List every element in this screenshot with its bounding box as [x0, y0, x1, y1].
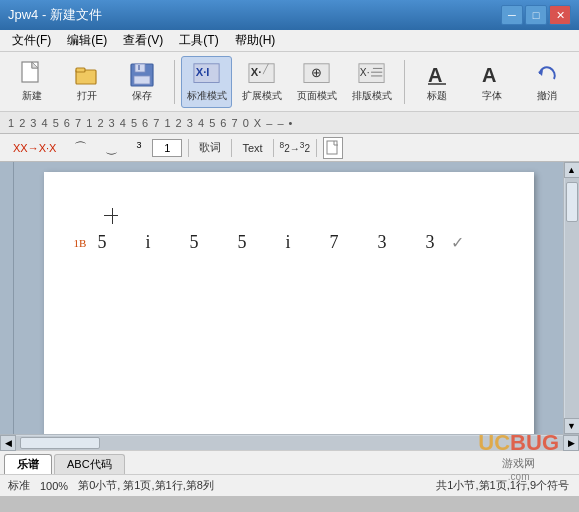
close-button[interactable]: ✕: [549, 5, 571, 25]
new-label: 新建: [22, 89, 42, 103]
font-icon: A: [478, 61, 506, 89]
titlebar-title: Jpw4 - 新建文件: [8, 6, 102, 24]
notation-input[interactable]: [152, 139, 182, 157]
scroll-track-v[interactable]: [565, 178, 579, 418]
page-mode-label: 页面模式: [297, 89, 337, 103]
watermark-line2: 游戏网: [478, 456, 559, 471]
menubar: 文件(F) 编辑(E) 查看(V) 工具(T) 帮助(H): [0, 30, 579, 52]
curve1-item[interactable]: ⌒: [67, 137, 94, 159]
save-label: 保存: [132, 89, 152, 103]
scroll-down-button[interactable]: ▼: [564, 418, 580, 434]
svg-rect-6: [134, 76, 150, 84]
watermark: UC BUG 游戏网 .com: [478, 430, 559, 482]
nb-sep4: [316, 139, 317, 157]
print-mode-button[interactable]: X· 排版模式: [347, 56, 398, 108]
ruler-bar: 1 2 3 4 5 6 7 1 2 3 4 5 6 7 1 2 3 4 5 6 …: [0, 112, 579, 134]
save-icon: [128, 61, 156, 89]
open-button[interactable]: 打开: [61, 56, 112, 108]
svg-rect-7: [138, 65, 140, 70]
scroll-left-button[interactable]: ◀: [0, 435, 16, 451]
open-icon: [73, 61, 101, 89]
new-button[interactable]: 新建: [6, 56, 57, 108]
nb-sep2: [231, 139, 232, 157]
badge1: 82→32: [280, 140, 310, 154]
page-container: 1B 5 i 5 5 i 7 3 3 ✓: [14, 162, 563, 434]
titlebar: Jpw4 - 新建文件 ─ □ ✕: [0, 0, 579, 30]
menu-file[interactable]: 文件(F): [4, 30, 59, 51]
svg-text:X·: X·: [360, 66, 370, 77]
watermark-bug: BUG: [510, 430, 559, 456]
font-label: 字体: [482, 89, 502, 103]
page-mode-icon: ⊕: [303, 61, 331, 89]
sep2: [404, 60, 405, 104]
new-icon: [18, 61, 46, 89]
text-label: Text: [238, 142, 266, 154]
xx-arrow-xx-item[interactable]: XX→X·X: [6, 140, 63, 156]
svg-rect-24: [327, 141, 337, 154]
svg-text:X·I: X·I: [195, 65, 209, 77]
print-mode-icon: X·: [358, 61, 386, 89]
titlebar-controls: ─ □ ✕: [501, 5, 571, 25]
svg-text:╱: ╱: [262, 63, 269, 75]
nb-sep1: [188, 139, 189, 157]
scroll-right-button[interactable]: ▶: [563, 435, 579, 451]
note-tail: ✓: [451, 233, 472, 252]
restore-button[interactable]: □: [525, 5, 547, 25]
standard-mode-label: 标准模式: [187, 89, 227, 103]
print-mode-label: 排版模式: [352, 89, 392, 103]
cursor-horizontal: [104, 215, 118, 216]
svg-text:A: A: [482, 64, 496, 86]
menu-tools[interactable]: 工具(T): [171, 30, 226, 51]
page-icon-button[interactable]: [323, 137, 343, 159]
minimize-button[interactable]: ─: [501, 5, 523, 25]
svg-text:X·: X·: [251, 65, 262, 77]
music-row: 1B 5 i 5 5 i 7 3 3 ✓: [74, 222, 504, 263]
svg-rect-0: [22, 62, 38, 82]
title-label: 标题: [427, 89, 447, 103]
svg-text:⊕: ⊕: [312, 64, 323, 79]
extend-mode-button[interactable]: X· ╱ 扩展模式: [236, 56, 287, 108]
page-mode-button[interactable]: ⊕ 页面模式: [291, 56, 342, 108]
standard-mode-button[interactable]: X·I 标准模式: [181, 56, 232, 108]
menu-view[interactable]: 查看(V): [115, 30, 171, 51]
ruler-text: 1 2 3 4 5 6 7 1 2 3 4 5 6 7 1 2 3 4 5 6 …: [8, 117, 293, 129]
title-button[interactable]: A 标题: [411, 56, 462, 108]
cursor-vertical: [112, 208, 113, 224]
number3-item[interactable]: 3: [129, 138, 148, 156]
watermark-uc: UC: [478, 430, 510, 456]
undo-label: 撤消: [537, 89, 557, 103]
title-icon: A: [423, 61, 451, 89]
lyric-label: 歌词: [195, 140, 225, 155]
main-content: 1B 5 i 5 5 i 7 3 3 ✓ ▲ ▼: [0, 162, 579, 434]
extend-mode-icon: X· ╱: [248, 61, 276, 89]
row-number: 1B: [74, 237, 98, 249]
scroll-area: 1B 5 i 5 5 i 7 3 3 ✓ ▲ ▼: [14, 162, 579, 434]
scroll-up-button[interactable]: ▲: [564, 162, 580, 178]
menu-edit[interactable]: 编辑(E): [59, 30, 115, 51]
svg-text:A: A: [428, 64, 442, 86]
tab-abc[interactable]: ABC代码: [54, 454, 125, 474]
nb-sep3: [273, 139, 274, 157]
tab-score[interactable]: 乐谱: [4, 454, 52, 474]
svg-rect-3: [76, 68, 85, 72]
open-label: 打开: [77, 89, 97, 103]
undo-icon: [533, 61, 561, 89]
save-button[interactable]: 保存: [117, 56, 168, 108]
music-notes: 5 i 5 5 i 7 3 3: [98, 232, 445, 253]
zoom-mode: 标准: [8, 478, 30, 493]
font-button[interactable]: A 字体: [466, 56, 517, 108]
watermark-url: .com: [478, 471, 559, 482]
undo-button[interactable]: 撤消: [522, 56, 573, 108]
scroll-thumb-h[interactable]: [20, 437, 100, 449]
sep1: [174, 60, 175, 104]
menu-help[interactable]: 帮助(H): [227, 30, 284, 51]
notation-bar: XX→X·X ⌒ ⌒ 3 歌词 Text 82→32: [0, 134, 579, 162]
scrollbar-vertical: ▲ ▼: [563, 162, 579, 434]
zoom-percent: 100%: [40, 480, 68, 492]
curve2-item[interactable]: ⌒: [98, 137, 125, 159]
standard-mode-icon: X·I: [193, 61, 221, 89]
scroll-thumb-v[interactable]: [566, 182, 578, 222]
extend-mode-label: 扩展模式: [242, 89, 282, 103]
document-page[interactable]: 1B 5 i 5 5 i 7 3 3 ✓: [44, 172, 534, 434]
toolbar: 新建 打开 保存 X·I 标准: [0, 52, 579, 112]
